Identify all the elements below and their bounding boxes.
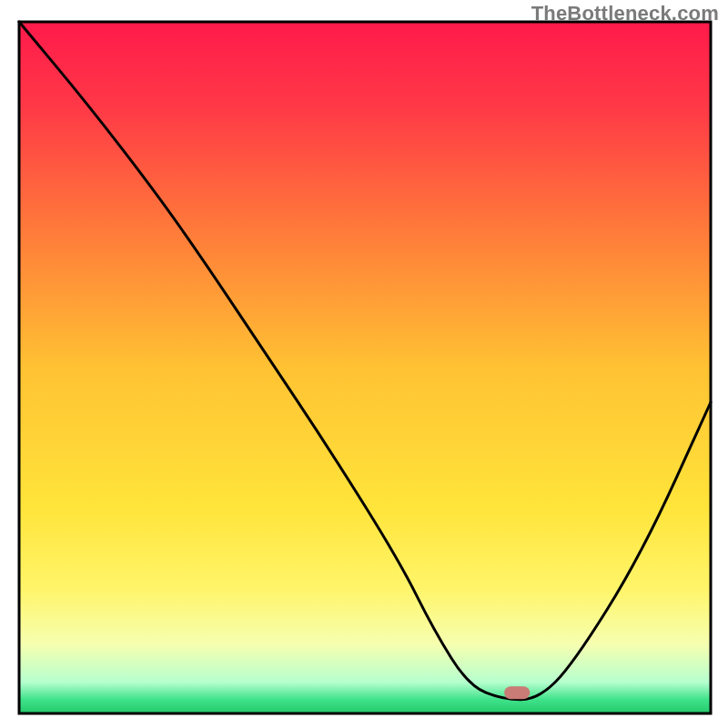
chart-container: TheBottleneck.com bbox=[0, 0, 728, 728]
bottleneck-chart bbox=[0, 0, 728, 728]
optimal-marker bbox=[504, 686, 530, 699]
watermark-label: TheBottleneck.com bbox=[531, 2, 719, 25]
